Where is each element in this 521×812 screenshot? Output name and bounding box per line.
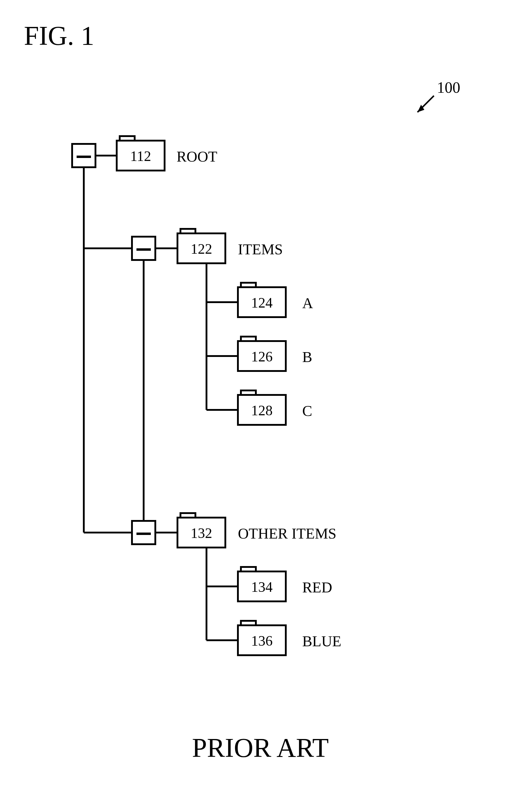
figure-title: FIG. 1	[24, 21, 94, 51]
folder-root[interactable]: 112	[117, 136, 165, 170]
folder-ref-num: 134	[251, 579, 273, 595]
folder-label-c: C	[302, 402, 312, 419]
folder-blue[interactable]: 136	[238, 621, 286, 655]
folder-ref-num: 132	[190, 525, 212, 541]
folder-label-red: RED	[302, 579, 332, 596]
reference-label: 100	[437, 79, 460, 96]
folder-ref-num: 136	[251, 633, 273, 649]
folder-label-b: B	[302, 349, 312, 365]
folder-label-a: A	[302, 295, 313, 311]
folder-red[interactable]: 134	[238, 567, 286, 601]
folder-ref-num: 112	[130, 148, 151, 164]
collapse-toggle-items[interactable]	[132, 237, 155, 260]
collapse-toggle-other-items[interactable]	[132, 521, 155, 544]
folder-ref-num: 128	[251, 402, 273, 418]
folder-ref-num: 124	[251, 295, 273, 310]
folder-item-b[interactable]: 126	[238, 337, 286, 371]
folder-label-items: ITEMS	[238, 241, 283, 258]
folder-ref-num: 126	[251, 349, 273, 365]
figure-footer: PRIOR ART	[192, 733, 329, 763]
folder-items[interactable]: 122	[178, 229, 225, 263]
reference-arrow: 100	[417, 79, 460, 112]
folder-ref-num: 122	[190, 241, 212, 257]
folder-label-blue: BLUE	[302, 633, 341, 650]
folder-other-items[interactable]: 132	[178, 513, 225, 548]
collapse-toggle-root[interactable]	[72, 144, 95, 167]
folder-item-c[interactable]: 128	[238, 390, 286, 425]
folder-label-other-items: OTHER ITEMS	[238, 525, 336, 542]
tree-connectors	[84, 156, 238, 640]
tree-hierarchy-diagram: FIG. 1 100	[0, 0, 521, 812]
folder-item-a[interactable]: 124	[238, 283, 286, 317]
folder-label-root: ROOT	[177, 148, 217, 165]
